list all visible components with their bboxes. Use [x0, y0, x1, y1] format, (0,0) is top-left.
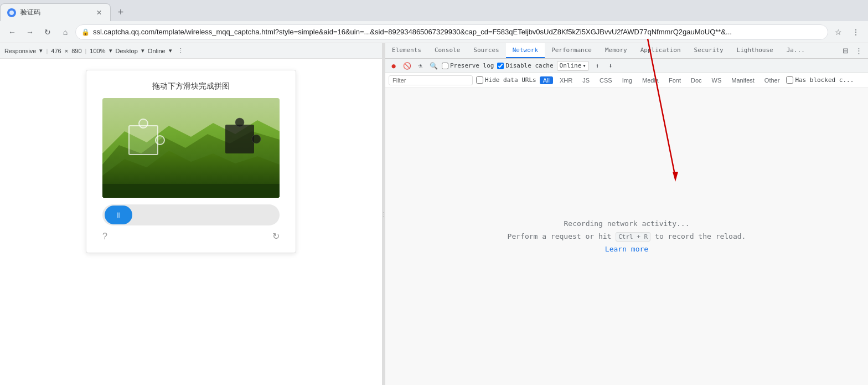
filter-type-css[interactable]: CSS	[596, 76, 616, 84]
responsive-dropdown-icon[interactable]: ▾	[39, 47, 43, 54]
network-dropdown-icon[interactable]: ▾	[169, 47, 172, 54]
dock-side-button[interactable]: ⊟	[839, 45, 851, 57]
preserve-log-checkbox[interactable]	[442, 63, 448, 69]
tab-lighthouse[interactable]: Lighthouse	[730, 43, 780, 58]
page-area: Responsive ▾ | 476 × 890 | 100% ▾ Deskto…	[0, 43, 382, 385]
filter-type-js[interactable]: JS	[579, 76, 593, 84]
refresh-icon[interactable]: ↻	[272, 231, 280, 242]
learn-more-link[interactable]: Learn more	[605, 245, 648, 253]
filter-type-img[interactable]: Img	[619, 76, 636, 84]
filter-type-ws[interactable]: WS	[709, 76, 725, 84]
filter-type-font[interactable]: Font	[665, 76, 684, 84]
captcha-image	[102, 98, 280, 198]
help-icon[interactable]: ?	[102, 232, 107, 242]
platform-label: Desktop	[116, 48, 138, 54]
home-button[interactable]: ⌂	[58, 24, 73, 40]
active-tab[interactable]: 验证码 ✕	[0, 3, 111, 21]
responsive-label: Responsive	[4, 48, 36, 54]
filter-type-other[interactable]: Other	[761, 76, 783, 84]
devtools-tab-actions: ⊟ ⋮	[839, 43, 868, 58]
tab-sources[interactable]: Sources	[467, 43, 505, 58]
bookmarks-button[interactable]: ☆	[830, 24, 846, 40]
url-text: ssl.captcha.qq.com/template/wireless_mqq…	[93, 28, 732, 36]
throttle-dropdown-icon: ▾	[582, 62, 586, 69]
disable-cache-label[interactable]: Disable cache	[497, 62, 553, 69]
main-area: Responsive ▾ | 476 × 890 | 100% ▾ Deskto…	[0, 43, 868, 385]
width-value: 476	[51, 48, 61, 54]
zoom-label: 100%	[90, 48, 105, 54]
devtools-toolbar: ● 🚫 ⚗ 🔍 Preserve log Disable cache Onlin…	[385, 59, 868, 73]
tab-network[interactable]: Network	[506, 43, 545, 58]
tab-application[interactable]: Application	[634, 43, 688, 58]
slider-container: ⦀	[102, 204, 280, 225]
svg-marker-13	[673, 172, 678, 182]
forward-button[interactable]: →	[22, 24, 38, 40]
tab-bar: 验证码 ✕ +	[0, 0, 868, 21]
export-har-button[interactable]: ⬇	[606, 61, 616, 71]
record-button[interactable]: ●	[389, 61, 399, 71]
slider-track[interactable]: ⦀	[102, 204, 280, 225]
filter-type-all[interactable]: All	[540, 76, 553, 84]
tab-performance[interactable]: Performance	[545, 43, 598, 58]
tab-security[interactable]: Security	[688, 43, 730, 58]
preserve-log-label[interactable]: Preserve log	[442, 62, 494, 69]
slider-icon: ⦀	[117, 211, 120, 220]
tab-elements[interactable]: Elements	[385, 43, 428, 58]
captcha-title: 拖动下方滑块完成拼图	[97, 81, 285, 91]
more-options-button[interactable]: ⋮	[175, 47, 186, 55]
mountain-svg	[102, 98, 280, 198]
chrome-browser: 验证码 ✕ + ← → ↻ ⌂ 🔒 ssl.captcha.qq.com/tem…	[0, 0, 868, 385]
new-tab-button[interactable]: +	[113, 4, 128, 20]
clear-button[interactable]: 🚫	[402, 61, 412, 71]
filter-type-xhr[interactable]: XHR	[556, 76, 576, 84]
network-empty-state: Recording network activity... Perform a …	[385, 88, 868, 385]
svg-rect-5	[102, 184, 280, 198]
tab-java[interactable]: Ja...	[780, 43, 812, 58]
more-button[interactable]: ⋮	[848, 24, 864, 40]
import-har-button[interactable]: ⬆	[592, 61, 602, 71]
tab-console[interactable]: Console	[428, 43, 467, 58]
height-value: 890	[71, 48, 81, 54]
sep2: |	[85, 48, 87, 54]
tab-favicon	[7, 8, 16, 17]
svg-rect-6	[129, 126, 158, 155]
zoom-dropdown-icon[interactable]: ▾	[109, 47, 112, 54]
svg-point-11	[252, 135, 261, 143]
page-content: 拖动下方滑块完成拼图	[0, 59, 382, 385]
filter-type-manifest[interactable]: Manifest	[728, 76, 758, 84]
has-blocked-label[interactable]: Has blocked c...	[786, 76, 854, 84]
throttle-selector[interactable]: Online ▾	[557, 61, 589, 71]
platform-dropdown-icon[interactable]: ▾	[141, 47, 144, 54]
devtools-tabs: Elements Console Sources Network Perform…	[385, 43, 868, 59]
network-recording-message: Recording network activity...	[564, 219, 690, 228]
back-button[interactable]: ←	[4, 24, 20, 40]
filter-bar: Hide data URLs All XHR JS CSS Img Media …	[385, 73, 868, 88]
disable-cache-checkbox[interactable]	[497, 63, 504, 69]
address-bar[interactable]: 🔒 ssl.captcha.qq.com/template/wireless_m…	[75, 24, 828, 40]
network-label: Online	[148, 48, 166, 54]
more-tools-button[interactable]: ⋮	[852, 45, 865, 57]
devtools-panel: Elements Console Sources Network Perform…	[385, 43, 868, 385]
tab-memory[interactable]: Memory	[598, 43, 634, 58]
hide-data-urls-checkbox[interactable]	[476, 76, 483, 84]
lock-icon: 🔒	[81, 28, 90, 36]
svg-point-8	[156, 136, 164, 145]
filter-type-doc[interactable]: Doc	[688, 76, 705, 84]
hide-data-urls-label[interactable]: Hide data URLs	[476, 76, 536, 84]
svg-point-10	[235, 118, 244, 127]
search-button[interactable]: 🔍	[428, 61, 438, 71]
filter-type-media[interactable]: Media	[639, 76, 662, 84]
nav-actions: ☆ ⋮	[830, 24, 864, 40]
reload-button[interactable]: ↻	[40, 24, 55, 40]
network-hint-message: Perform a request or hit Ctrl + R to rec…	[508, 232, 746, 240]
tab-close-button[interactable]: ✕	[95, 8, 104, 17]
svg-rect-9	[225, 125, 254, 153]
svg-point-7	[139, 119, 148, 128]
captcha-widget: 拖动下方滑块完成拼图	[86, 70, 296, 253]
has-blocked-checkbox[interactable]	[786, 76, 793, 84]
navigation-bar: ← → ↻ ⌂ 🔒 ssl.captcha.qq.com/template/wi…	[0, 21, 868, 43]
tab-title: 验证码	[20, 8, 90, 17]
slider-handle[interactable]: ⦀	[105, 206, 132, 224]
filter-toggle-button[interactable]: ⚗	[415, 61, 425, 71]
filter-input[interactable]	[389, 75, 473, 85]
